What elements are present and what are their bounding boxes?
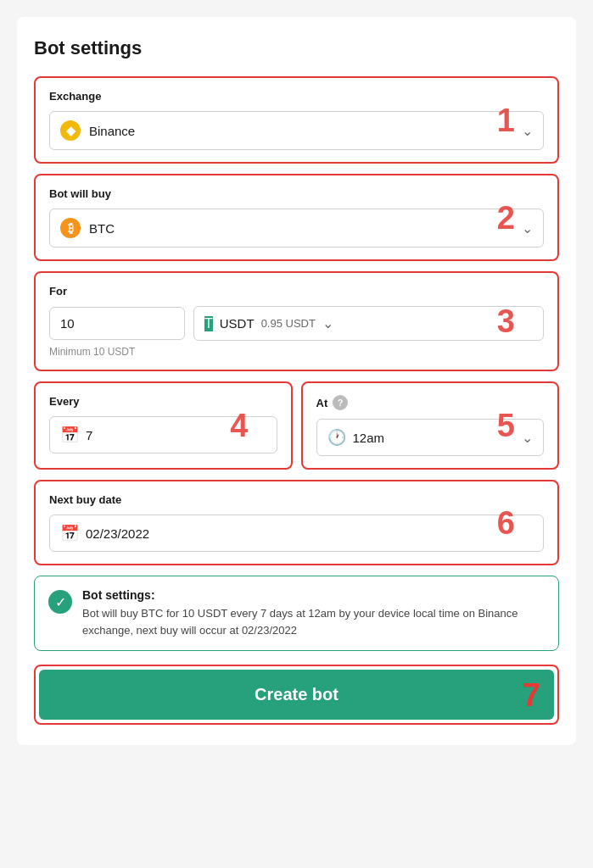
min-hint: Minimum 10 USDT <box>49 346 544 358</box>
at-label-row: At ? <box>316 395 545 410</box>
currency-balance: 0.95 USDT <box>261 317 316 330</box>
every-input-row[interactable]: 📅 7 <box>49 416 277 453</box>
bot-will-buy-dropdown[interactable]: ₿ BTC ⌄ <box>49 209 544 248</box>
bot-will-buy-chevron-icon: ⌄ <box>522 220 533 236</box>
at-clock-icon: 🕐 <box>327 428 346 447</box>
at-section: At ? 🕐 12am ⌄ 5 <box>301 381 560 470</box>
currency-chevron-icon: ⌄ <box>322 315 333 331</box>
for-section: For T USDT 0.95 USDT ⌄ Minimum 10 USDT 3 <box>34 271 559 371</box>
bot-will-buy-section: Bot will buy ₿ BTC ⌄ 2 <box>34 174 559 261</box>
exchange-label: Exchange <box>49 90 544 103</box>
currency-text: USDT <box>220 316 255 331</box>
at-dropdown[interactable]: 🕐 12am ⌄ <box>316 419 545 456</box>
info-description: Bot will buy BTC for 10 USDT every 7 day… <box>82 605 545 638</box>
exchange-dropdown[interactable]: ◆ Binance ⌄ <box>49 111 544 150</box>
exchange-section: Exchange ◆ Binance ⌄ 1 <box>34 76 559 164</box>
for-label: For <box>49 285 544 298</box>
exchange-chevron-icon: ⌄ <box>522 123 533 139</box>
currency-dropdown[interactable]: T USDT 0.95 USDT ⌄ <box>193 306 544 341</box>
for-row: T USDT 0.95 USDT ⌄ <box>49 306 544 341</box>
btc-icon: ₿ <box>60 218 81 238</box>
bot-will-buy-label: Bot will buy <box>49 187 544 200</box>
create-bot-wrapper: Create bot 7 <box>34 665 559 725</box>
at-value: 12am <box>353 431 523 445</box>
exchange-value: Binance <box>89 124 522 138</box>
amount-input[interactable] <box>49 307 185 340</box>
next-buy-value: 02/23/2022 <box>86 526 149 541</box>
next-buy-row: 📅 02/23/2022 <box>49 515 544 552</box>
info-text-block: Bot settings: Bot will buy BTC for 10 US… <box>82 588 545 638</box>
page-title: Bot settings <box>34 37 559 59</box>
usdt-icon: T <box>204 316 213 331</box>
every-at-container: Every 📅 7 4 At ? 🕐 12am ⌄ 5 <box>34 381 559 470</box>
info-title: Bot settings: <box>82 588 545 602</box>
bot-will-buy-value: BTC <box>89 221 522 236</box>
next-buy-label: Next buy date <box>49 493 544 506</box>
create-bot-button[interactable]: Create bot <box>39 670 554 720</box>
check-icon: ✓ <box>48 590 72 614</box>
next-buy-section: Next buy date 📅 02/23/2022 6 <box>34 480 559 565</box>
page-container: Bot settings Exchange ◆ Binance ⌄ 1 Bot … <box>17 17 576 745</box>
binance-icon: ◆ <box>60 120 81 141</box>
next-buy-calendar-icon: 📅 <box>60 524 79 542</box>
info-box: ✓ Bot settings: Bot will buy BTC for 10 … <box>34 576 559 651</box>
at-help-icon[interactable]: ? <box>333 395 348 410</box>
every-section: Every 📅 7 4 <box>34 381 293 470</box>
at-chevron-icon: ⌄ <box>522 430 533 446</box>
at-label: At <box>316 397 328 409</box>
every-value: 7 <box>86 428 92 442</box>
every-calendar-icon: 📅 <box>60 426 79 444</box>
every-label: Every <box>49 395 277 408</box>
